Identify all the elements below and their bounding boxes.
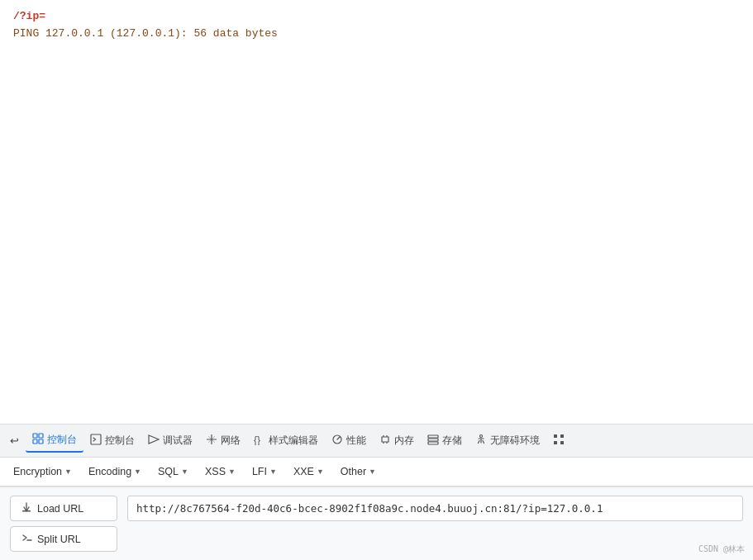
split-url-button[interactable]: Split URL [10,526,117,552]
svg-rect-8 [428,435,438,438]
lfi-label: LFI [252,466,267,477]
encryption-label: Encryption [13,466,62,477]
memory-label: 内存 [394,434,414,447]
svg-rect-13 [560,434,564,438]
devtools-storage-btn[interactable]: 存储 [421,429,469,452]
devtools-memory-btn[interactable]: 内存 [373,429,421,452]
svg-text:{}: {} [254,434,260,445]
xxe-chevron: ▼ [317,467,324,476]
svg-rect-0 [33,434,37,438]
xss-label: XSS [205,466,226,477]
svg-rect-15 [560,441,564,444]
xxe-dropdown[interactable]: XXE ▼ [287,463,331,481]
url-input-container [127,496,743,521]
devtools-performance-btn[interactable]: 性能 [325,429,373,452]
performance-label: 性能 [346,434,366,447]
storage-icon [427,434,439,448]
inspector-label: 控制台 [47,434,77,446]
svg-rect-16 [22,510,31,512]
ping-line: PING 127.0.0.1 (127.0.0.1): 56 data byte… [13,27,740,40]
storage-label: 存储 [442,434,462,447]
xss-chevron: ▼ [228,467,236,476]
load-url-label: Load URL [37,503,83,515]
split-url-icon [21,532,32,546]
main-content: /?ip= PING 127.0.0.1 (127.0.0.1): 56 dat… [0,0,753,424]
encoding-chevron: ▼ [134,467,141,476]
url-input[interactable] [127,496,743,521]
devtools-console-btn[interactable]: 控制台 [83,429,141,452]
other-dropdown[interactable]: Other ▼ [334,463,383,481]
toolbar: Encryption ▼ Encoding ▼ SQL ▼ XSS ▼ LFI … [0,457,753,486]
console-label: 控制台 [105,434,135,447]
actions-bar: Load URL Split URL CSDN @林本 [0,486,753,560]
svg-rect-3 [39,439,43,444]
watermark: CSDN @林本 [698,543,745,555]
devtools-network-btn[interactable]: 网络 [199,429,247,452]
load-url-icon [21,501,32,515]
memory-icon [379,434,391,448]
network-label: 网络 [221,434,241,447]
svg-marker-5 [149,435,159,444]
more-icon [553,434,565,448]
other-label: Other [341,466,366,477]
performance-icon [331,434,343,448]
devtools-more-btn[interactable] [546,429,571,452]
sql-dropdown[interactable]: SQL ▼ [151,463,195,481]
svg-rect-14 [554,441,557,444]
style-editor-icon: {} [254,434,265,448]
svg-rect-10 [428,442,438,444]
network-icon [206,434,217,448]
devtools-debugger-btn[interactable]: 调试器 [141,429,199,452]
encryption-dropdown[interactable]: Encryption ▼ [7,463,79,481]
svg-rect-9 [428,439,438,441]
inspector-icon [32,433,44,447]
devtools-bar: ↩ 控制台 控制台 调试器 [0,424,753,457]
devtools-back-btn[interactable]: ↩ [3,430,26,451]
load-url-button[interactable]: Load URL [10,496,117,521]
lfi-chevron: ▼ [269,467,277,476]
debugger-icon [148,434,160,448]
svg-rect-1 [33,439,37,444]
path-line: /?ip= [13,10,740,22]
lfi-dropdown[interactable]: LFI ▼ [245,463,284,481]
split-url-label: Split URL [37,534,81,545]
sql-label: SQL [158,466,179,477]
accessibility-label: 无障碍环境 [490,434,540,447]
back-icon: ↩ [10,434,19,447]
style-editor-label: 样式编辑器 [269,434,318,447]
accessibility-icon [475,434,487,448]
sql-chevron: ▼ [181,467,188,476]
svg-rect-12 [554,434,557,438]
devtools-style-editor-btn[interactable]: {} 样式编辑器 [247,429,325,452]
encoding-dropdown[interactable]: Encoding ▼ [82,463,148,481]
other-chevron: ▼ [369,467,376,476]
debugger-label: 调试器 [163,434,193,447]
xss-dropdown[interactable]: XSS ▼ [198,463,242,481]
devtools-accessibility-btn[interactable]: 无障碍环境 [469,429,546,452]
xxe-label: XXE [293,466,314,477]
svg-point-11 [480,435,483,438]
svg-rect-2 [39,434,43,438]
encryption-chevron: ▼ [64,467,72,476]
devtools-inspector-btn[interactable]: 控制台 [26,429,83,453]
console-icon [90,434,102,448]
action-buttons: Load URL Split URL [10,496,117,552]
encoding-label: Encoding [88,466,131,477]
